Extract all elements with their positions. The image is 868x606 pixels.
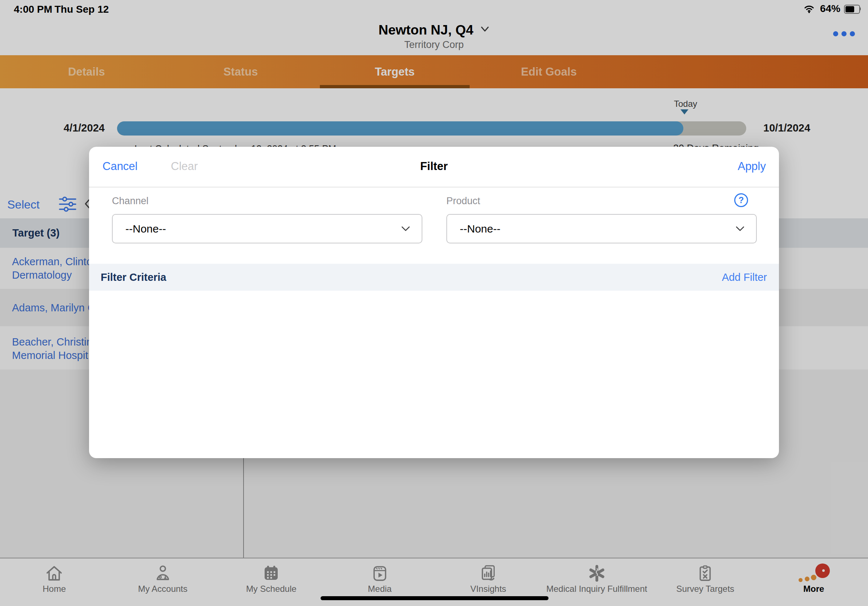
product-value: --None-- (460, 223, 501, 235)
screen: 4:00 PM Thu Sep 12 64% Newton NJ, Q4 Ter… (0, 0, 868, 606)
channel-label: Channel (112, 195, 149, 207)
add-filter-button[interactable]: Add Filter (722, 271, 767, 283)
filter-modal: Cancel Clear Filter Apply Channel Produc… (89, 147, 779, 458)
channel-select[interactable]: --None-- (112, 214, 422, 243)
product-select[interactable]: --None-- (446, 214, 757, 243)
help-button[interactable]: ? (734, 193, 748, 207)
chevron-down-icon (401, 226, 410, 232)
modal-title: Filter (89, 160, 779, 173)
apply-button[interactable]: Apply (738, 160, 766, 173)
product-label: Product (446, 195, 480, 207)
question-mark-icon: ? (739, 195, 744, 205)
chevron-down-icon (736, 226, 744, 232)
home-indicator[interactable] (321, 596, 549, 600)
channel-value: --None-- (126, 223, 166, 235)
header-divider (89, 187, 779, 187)
filter-criteria-row: Filter Criteria Add Filter (89, 264, 779, 291)
modal-header: Cancel Clear Filter Apply (89, 147, 779, 187)
filter-criteria-label: Filter Criteria (101, 271, 166, 283)
